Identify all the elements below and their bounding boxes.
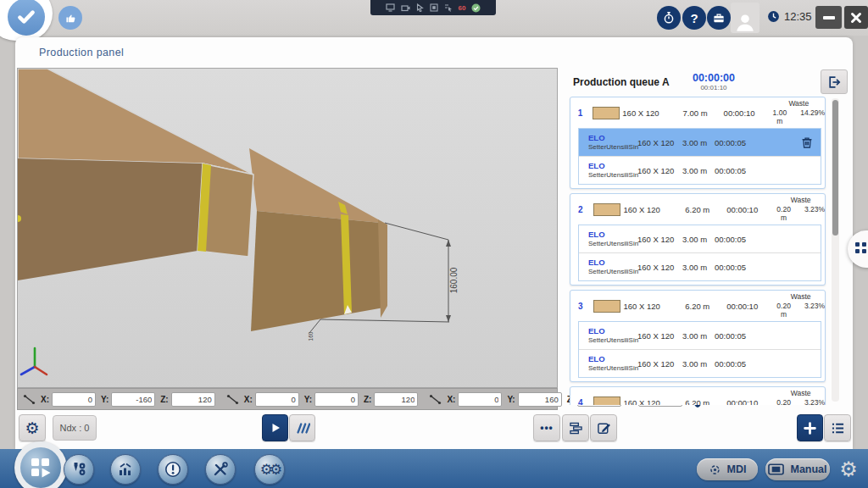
item-length: 3.00 m [682,166,715,175]
stats-icon [117,461,134,478]
edit-button[interactable] [590,414,617,441]
item-time: 00:00:05 [715,331,774,341]
group-length: 6.20 m [685,398,726,406]
coord-input[interactable] [374,392,418,407]
gear-icon: ⚙ [25,420,39,436]
queue-group-row[interactable]: 2160 X 1206.20 m00:00:10Waste0.20 m3.23% [570,194,825,225]
group-index: 2 [570,205,591,214]
maintenance-button[interactable] [205,454,236,485]
approve-button[interactable] [58,6,82,30]
more-options-button[interactable]: ••• [533,414,560,441]
coord-group: X:Y:Z: [23,392,215,407]
clock-time: 12:35 [784,10,812,23]
timer-button[interactable] [657,6,681,30]
statusbar-settings-button[interactable]: ⚙ [837,458,860,480]
waste-length: 1.00 m [773,108,787,126]
gear-icon: ⚙ [839,459,858,480]
waste-percent: 3.23% [804,205,825,223]
grid-play-icon [29,456,53,480]
minimize-button[interactable] [815,6,842,29]
play-button[interactable] [262,414,288,441]
queue-item-row[interactable]: ELOSetterUtensiliSin160 X 1203.00 m00:00… [579,156,821,184]
toolbox-button[interactable] [707,6,731,30]
statistics-button[interactable] [110,454,141,485]
coord-input[interactable] [458,392,502,407]
pointer-lines-icon [444,3,453,12]
queue-title: Production queue A [573,76,670,88]
group-length: 6.20 m [685,302,726,311]
waste-percent: 3.23% [804,302,825,319]
segment-icon [226,394,239,405]
dim-arrow-bottom [446,315,451,322]
recorder-toolbar: 60 [370,0,496,15]
queue-group-row[interactable]: 4160 X 1206.20 m00:00:10Waste0.20 m3.23% [570,387,825,405]
viewport-settings-button[interactable]: ⚙ [19,414,46,441]
export-icon [826,75,842,90]
coord-label: Z: [160,395,168,404]
list-icon [831,422,845,435]
beam-thumbnail [590,107,622,119]
dim-arrow-top [446,240,451,247]
beam-right-top-face [249,148,381,223]
queue-group-row[interactable]: 1160 X 1207.00 m00:00:10Waste1.00 m14.29… [570,97,825,128]
queue-item-row[interactable]: ELOSetterUtensiliSin160 X 1203.00 m00:00… [579,349,821,377]
trash-icon [800,136,814,149]
list-view-button[interactable] [824,414,851,441]
coord-input[interactable] [52,392,96,407]
monitor-icon [386,3,395,12]
queue-scrollbar-thumb[interactable] [832,100,838,236]
queue-export-button[interactable] [821,69,848,94]
viewport-3d[interactable]: 160.00 160 [17,68,558,388]
dimension-label: 160.00 [449,267,459,293]
queue-group-card: 3160 X 1206.20 m00:00:10Waste0.20 m3.23%… [570,290,826,382]
mdi-mode-button[interactable]: MDI [697,458,758,480]
delete-item-button[interactable] [793,136,821,149]
tools-icon [212,461,229,478]
beam-thumb-rect [593,203,620,216]
group-size: 160 X 120 [624,205,686,214]
coord-input[interactable] [518,392,562,407]
add-item-button[interactable] [797,414,823,441]
coord-input[interactable] [171,392,215,407]
production-home-button[interactable] [20,447,61,488]
stack-icon [569,422,583,435]
coord-input[interactable] [111,392,155,407]
item-length: 3.00 m [682,235,715,244]
cursor-icon [416,3,424,12]
group-index: 1 [570,108,590,118]
group-length: 7.00 m [683,108,724,118]
alarms-button[interactable] [158,454,188,485]
user-avatar[interactable] [731,3,760,33]
manual-icon [768,463,784,475]
manual-label: Manual [790,463,826,475]
queue-items: ELOSetterUtensiliSin160 X 1203.00 m00:00… [578,225,821,281]
close-button[interactable] [844,6,868,29]
tooling-button[interactable] [64,454,94,485]
queue-items: ELOSetterUtensiliSin160 X 1203.00 m00:00… [578,321,821,378]
beam-scene: 160.00 160 [18,69,557,387]
queue-times: 00:00:00 00:01:10 [667,72,760,92]
queue-item-row[interactable]: ELOSetterUtensiliSin160 X 1203.00 m00:00… [579,129,821,156]
nesting-button[interactable] [562,414,589,441]
item-name: ELOSetterUtensiliSin [579,355,637,372]
queue-item-row[interactable]: ELOSetterUtensiliSin160 X 1203.00 m00:00… [579,252,821,280]
item-length: 3.00 m [682,138,715,147]
machine-settings-button[interactable]: ⚙⚙ [254,454,285,485]
manual-mode-button[interactable]: Manual [765,458,830,480]
queue-header: Production queue A 00:00:00 00:01:10 [570,71,829,95]
waste-percent: 14.29% [800,108,825,126]
item-time: 00:00:05 [715,138,774,147]
play-icon [270,422,281,434]
queue-item-row[interactable]: ELOSetterUtensiliSin160 X 1203.00 m00:00… [579,225,821,252]
queue-group-row[interactable]: 3160 X 1206.20 m00:00:10Waste0.20 m3.23% [570,291,825,321]
simulate-button[interactable] [289,414,315,441]
coord-input[interactable] [255,392,299,407]
confirm-button[interactable] [8,0,45,36]
item-name: ELOSetterUtensiliSin [579,230,637,247]
camera-icon [401,4,410,12]
group-length: 6.20 m [685,205,726,214]
help-button[interactable]: ? [682,6,706,30]
item-name: ELOSetterUtensiliSin [579,162,637,179]
queue-item-row[interactable]: ELOSetterUtensiliSin160 X 1203.00 m00:00… [579,322,821,349]
coord-input[interactable] [314,392,359,407]
